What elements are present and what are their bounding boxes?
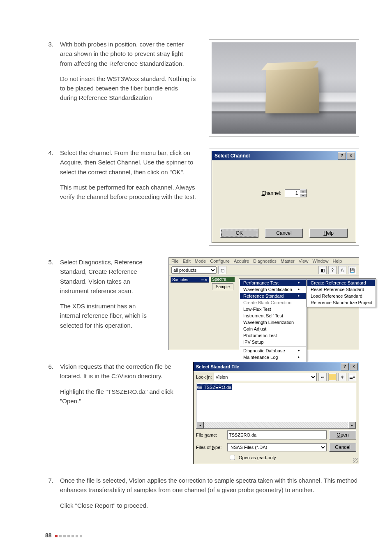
menu-item[interactable]: Reset Reference Standard bbox=[307, 286, 375, 293]
toolbar: all products ▢ ◧ ? ⎙ 💾 bbox=[169, 265, 359, 276]
step-number: 7. bbox=[45, 476, 53, 510]
menu-item[interactable]: Wavelength Certification bbox=[240, 286, 306, 293]
menu-item[interactable]: Photometric Test bbox=[240, 332, 306, 339]
filename-label: File name: bbox=[196, 432, 225, 437]
dialog-titlebar[interactable]: Select Standard File ? × bbox=[194, 362, 359, 371]
spinner-down-icon[interactable]: ▼ bbox=[300, 193, 307, 197]
channel-label: Channel: bbox=[261, 190, 281, 196]
menu-view[interactable]: View bbox=[299, 259, 309, 264]
menu-item[interactable]: Performance Test bbox=[240, 280, 306, 286]
lookin-label: Look in: bbox=[196, 375, 212, 379]
probe-photo bbox=[212, 42, 356, 134]
reference-standard-submenu[interactable]: Create Reference Standard Reset Referenc… bbox=[306, 278, 376, 307]
file-list[interactable]: ▦ TSSZERO.da ◂ ▸ bbox=[196, 383, 356, 429]
print-icon[interactable]: ⎙ bbox=[338, 266, 346, 274]
menu-configure[interactable]: Configure bbox=[210, 259, 230, 264]
open-button[interactable]: Open bbox=[329, 430, 356, 439]
readonly-label: Open as read-only bbox=[239, 455, 276, 460]
menu-bar[interactable]: File Edit Mode Configure Acquire Diagnos… bbox=[169, 258, 359, 265]
scroll-left-icon[interactable]: ◂ bbox=[196, 422, 204, 428]
menu-help[interactable]: Help bbox=[333, 259, 342, 264]
spinner-up-icon[interactable]: ▲ bbox=[300, 189, 307, 193]
step-number: 3. bbox=[45, 39, 53, 109]
page-footer: 88 bbox=[45, 532, 84, 539]
menu-item[interactable]: Maintenance Log bbox=[240, 354, 306, 361]
ok-button[interactable]: OK bbox=[220, 229, 258, 238]
file-item-selected[interactable]: ▦ TSSZERO.da bbox=[197, 384, 232, 390]
new-folder-icon[interactable]: ✳ bbox=[338, 373, 346, 381]
menu-item[interactable]: Reference Standardize Project bbox=[307, 299, 375, 306]
help-button[interactable]: Help bbox=[309, 229, 348, 238]
menu-item[interactable]: Load Reference Standard bbox=[307, 293, 375, 299]
menu-item[interactable]: Low-Flux Test bbox=[240, 306, 306, 312]
menu-item[interactable]: Wavelength Linearization bbox=[240, 319, 306, 326]
file-icon: ▦ bbox=[198, 384, 202, 390]
dialog-title: Select Standard File bbox=[196, 364, 239, 369]
close-icon[interactable]: × bbox=[347, 152, 355, 160]
step-5: 5. Select Diagnostics, Reference Standar… bbox=[45, 257, 156, 336]
product-combo[interactable]: all products bbox=[171, 266, 217, 274]
dialog-titlebar[interactable]: Select Channel ? × bbox=[212, 151, 356, 160]
menu-item[interactable]: IPV Setup bbox=[240, 339, 306, 345]
dialog-frame: Select Channel ? × Channel: ▲ ▼ bbox=[209, 148, 359, 246]
channel-input[interactable] bbox=[285, 189, 300, 197]
step-text: Once the file is selected, Vision applie… bbox=[60, 476, 359, 495]
new-doc-icon[interactable]: ▢ bbox=[218, 266, 226, 274]
step-number: 4. bbox=[45, 148, 53, 207]
menu-item[interactable]: Instrument Self Test bbox=[240, 312, 306, 319]
menu-item-reference-standard[interactable]: Reference Standard bbox=[240, 293, 306, 299]
resize-grip-icon[interactable] bbox=[353, 458, 358, 463]
scroll-right-icon[interactable]: ▸ bbox=[348, 422, 356, 428]
menu-item-create-reference-standard[interactable]: Create Reference Standard bbox=[307, 280, 375, 286]
view-menu-icon[interactable]: ☰▾ bbox=[348, 373, 356, 381]
save-icon[interactable]: 💾 bbox=[348, 266, 356, 274]
lookin-combo[interactable]: Vision bbox=[214, 373, 317, 381]
menu-file[interactable]: File bbox=[171, 259, 179, 264]
horizontal-scrollbar[interactable]: ◂ ▸ bbox=[196, 422, 356, 428]
menu-acquire[interactable]: Acquire bbox=[234, 259, 249, 264]
menu-item[interactable]: Gain Adjust bbox=[240, 326, 306, 332]
menu-mode[interactable]: Mode bbox=[195, 259, 206, 264]
back-icon[interactable]: ⇐ bbox=[318, 373, 327, 381]
menu-master[interactable]: Master bbox=[281, 259, 295, 264]
context-help-icon[interactable]: ? bbox=[328, 266, 337, 274]
menu-edit[interactable]: Edit bbox=[183, 259, 191, 264]
dialog-title: Select Channel bbox=[214, 153, 250, 159]
menu-item[interactable]: Diagnostic Database bbox=[240, 347, 306, 354]
close-icon[interactable]: × bbox=[350, 363, 358, 370]
spectra-title: Spectra bbox=[211, 277, 235, 282]
step-text: Do not insert the WST3Wxxx standard. Not… bbox=[60, 74, 196, 103]
sample-button[interactable]: Sample bbox=[212, 283, 233, 290]
select-channel-dialog: Select Channel ? × Channel: ▲ ▼ bbox=[212, 151, 356, 243]
help-icon[interactable]: ? bbox=[341, 363, 349, 370]
samples-window: Samples▫▫✕ bbox=[171, 277, 209, 283]
step-text: Highlight the file "TSSZERO.da" and clic… bbox=[60, 387, 181, 406]
window-controls[interactable]: ▫▫✕ bbox=[201, 278, 208, 282]
tool-icon[interactable]: ◧ bbox=[318, 266, 327, 274]
step-text: Click "Close Report" to proceed. bbox=[60, 501, 359, 510]
menu-diagnostics[interactable]: Diagnostics bbox=[253, 259, 277, 264]
step-text: Vision requests that the correction file… bbox=[60, 362, 181, 381]
menu-window[interactable]: Window bbox=[312, 259, 328, 264]
filename-input[interactable] bbox=[227, 430, 327, 439]
step-number: 6. bbox=[45, 362, 53, 412]
up-folder-icon[interactable] bbox=[328, 373, 337, 381]
step-6: 6. Vision requests that the correction f… bbox=[45, 362, 181, 412]
footer-dots-icon bbox=[55, 532, 84, 539]
step-number: 5. bbox=[45, 257, 53, 336]
step-text: Select Diagnostics, Reference Standard, … bbox=[60, 257, 156, 296]
cancel-button[interactable]: Cancel bbox=[329, 443, 356, 452]
menu-item: Create Blank Correction bbox=[240, 299, 306, 306]
cancel-button[interactable]: Cancel bbox=[265, 229, 303, 238]
filetype-label: Files of type: bbox=[196, 445, 225, 450]
readonly-checkbox[interactable] bbox=[230, 455, 235, 460]
step-text: The XDS instrument has an internal refer… bbox=[60, 301, 156, 330]
step-text: Select the channel. From the menu bar, c… bbox=[60, 148, 196, 177]
step-text: With both probes in position, cover the … bbox=[60, 39, 196, 68]
vision-menu-screenshot: File Edit Mode Configure Acquire Diagnos… bbox=[168, 257, 359, 350]
filetype-combo[interactable]: NSAS Files (*.DA) bbox=[227, 443, 327, 451]
step-text: This must be performed for each channel.… bbox=[60, 183, 196, 202]
select-standard-file-dialog: Select Standard File ? × Look in: Vision… bbox=[193, 362, 359, 464]
help-icon[interactable]: ? bbox=[338, 152, 346, 160]
channel-spinner[interactable]: ▲ ▼ bbox=[285, 189, 307, 197]
